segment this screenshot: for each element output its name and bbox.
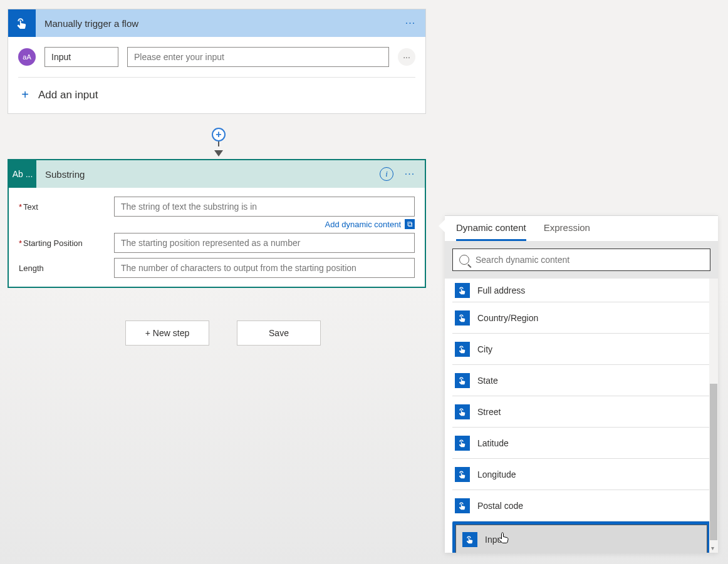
field-row-text: Text	[19, 197, 415, 217]
dc-item-label: Latitude	[477, 438, 509, 448]
dc-item-full-address[interactable]: Full address	[452, 279, 710, 302]
dc-item-input-selected[interactable]: Input	[452, 521, 710, 553]
dc-item-label: Postal code	[477, 501, 523, 511]
dc-item-label: Longitude	[477, 469, 516, 479]
trigger-output-icon	[455, 283, 470, 298]
dc-item-label: Input	[485, 535, 504, 545]
connector-line	[218, 141, 219, 146]
field-input-length[interactable]	[114, 258, 415, 278]
trigger-header[interactable]: Manually trigger a flow ···	[8, 9, 425, 37]
action-card-substring: Ab ... Substring i ··· Text Add dynamic …	[8, 159, 426, 288]
trigger-output-icon	[455, 342, 470, 357]
insert-step-button[interactable]: +	[212, 128, 226, 141]
field-label-text: Text	[19, 202, 114, 212]
trigger-input-row-more[interactable]: ···	[398, 48, 415, 66]
dc-item-street[interactable]: Street	[452, 396, 710, 428]
trigger-type-icon	[8, 9, 36, 37]
dc-scrollbar-thumb[interactable]	[710, 384, 717, 540]
dc-item-label: Country/Region	[477, 313, 538, 323]
add-input-label: Add an input	[38, 89, 98, 101]
action-more-button[interactable]: ···	[402, 167, 417, 182]
dc-item-label: Street	[477, 407, 501, 417]
panel-pointer-icon	[439, 220, 445, 232]
info-icon[interactable]: i	[380, 167, 393, 181]
trigger-card: Manually trigger a flow ··· aA ··· + Add…	[8, 9, 426, 114]
add-input-button[interactable]: + Add an input	[18, 78, 415, 108]
dc-item-latitude[interactable]: Latitude	[452, 428, 710, 459]
add-dynamic-content-link[interactable]: Add dynamic content	[325, 220, 401, 229]
dynamic-content-panel: Dynamic content Expression Full address …	[445, 215, 718, 553]
dc-item-country-region[interactable]: Country/Region	[452, 302, 710, 334]
add-dynamic-content-icon[interactable]: ⧉	[405, 219, 415, 229]
dc-item-postal-code[interactable]: Postal code	[452, 490, 710, 521]
arrow-down-icon	[214, 150, 223, 156]
dc-search-wrap	[445, 241, 718, 279]
dc-list: Full address Country/Region City State S…	[445, 279, 718, 553]
field-row-start: Starting Position	[19, 233, 415, 253]
add-dynamic-content-row: Add dynamic content ⧉	[19, 219, 415, 229]
action-body: Text Add dynamic content ⧉ Starting Posi…	[9, 188, 425, 287]
field-label-start: Starting Position	[19, 238, 114, 248]
trigger-output-icon	[455, 436, 470, 451]
dc-item-city[interactable]: City	[452, 334, 710, 365]
action-type-icon: Ab ...	[9, 160, 36, 188]
tab-dynamic-content[interactable]: Dynamic content	[456, 222, 526, 241]
dc-item-label: City	[477, 344, 492, 354]
action-title: Substring	[36, 169, 380, 180]
dc-tabs: Dynamic content Expression	[445, 216, 718, 241]
search-icon	[459, 255, 469, 265]
field-label-length: Length	[19, 264, 114, 273]
trigger-output-icon	[462, 532, 477, 547]
dc-search-box[interactable]	[452, 249, 710, 271]
trigger-more-button[interactable]: ···	[403, 16, 418, 31]
trigger-output-icon	[455, 310, 470, 326]
trigger-output-icon	[455, 404, 470, 419]
trigger-output-icon	[455, 498, 470, 513]
trigger-title: Manually trigger a flow	[36, 18, 403, 29]
chevron-down-icon[interactable]: ▾	[711, 545, 714, 551]
field-input-start[interactable]	[114, 233, 415, 253]
flow-connector: +	[212, 128, 226, 156]
dc-search-input[interactable]	[476, 255, 704, 265]
trigger-input-desc-field[interactable]	[127, 47, 389, 67]
param-type-badge: aA	[18, 48, 36, 66]
save-button[interactable]: Save	[237, 320, 321, 346]
trigger-input-name-field[interactable]	[44, 47, 118, 67]
action-header[interactable]: Ab ... Substring i ···	[9, 160, 425, 188]
tab-expression[interactable]: Expression	[544, 222, 590, 241]
dc-item-longitude[interactable]: Longitude	[452, 459, 710, 490]
dc-scrollbar[interactable]: ▾	[709, 279, 718, 553]
bottom-button-row: + New step Save	[125, 320, 321, 346]
plus-icon: +	[18, 88, 32, 102]
dc-item-label: Full address	[477, 285, 525, 295]
field-input-text[interactable]	[114, 197, 415, 217]
trigger-output-icon	[455, 373, 470, 388]
trigger-output-icon	[455, 467, 470, 482]
dc-list-wrap: Full address Country/Region City State S…	[445, 279, 718, 553]
trigger-body: aA ··· + Add an input	[8, 37, 425, 113]
dc-item-state[interactable]: State	[452, 365, 710, 396]
dc-item-label: State	[477, 376, 498, 386]
field-row-length: Length	[19, 258, 415, 278]
trigger-input-row: aA ···	[18, 47, 415, 78]
new-step-button[interactable]: + New step	[125, 320, 209, 346]
